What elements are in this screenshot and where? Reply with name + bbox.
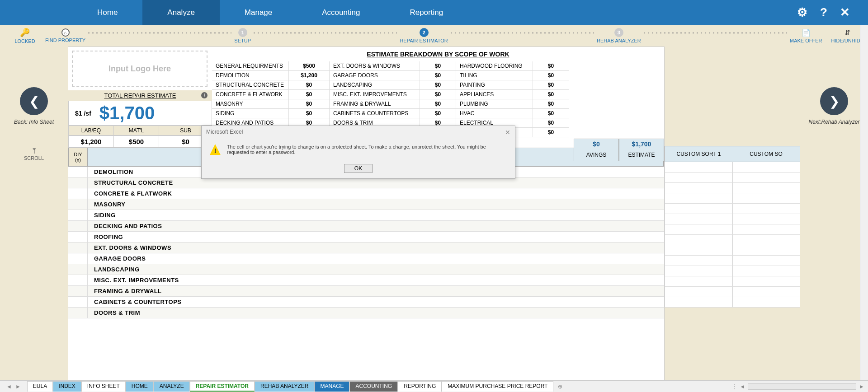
cs-cell[interactable] xyxy=(732,276,800,287)
work-row[interactable]: SIDING xyxy=(68,210,664,221)
ribbon-tab-accounting[interactable]: Accounting xyxy=(297,0,385,25)
work-row[interactable]: LANDSCAPING xyxy=(68,264,664,275)
breakdown-cell[interactable]: TILING xyxy=(456,71,533,80)
next-button[interactable]: ❯ xyxy=(820,87,848,115)
add-sheet-icon[interactable]: ⊕ xyxy=(553,383,567,390)
breakdown-cell[interactable]: GENERAL REQUIRMENTS xyxy=(212,61,289,71)
cs-cell[interactable] xyxy=(665,224,732,235)
breakdown-cell[interactable]: MISC. EXT. IMPROVEMENTS xyxy=(330,90,420,99)
cs-cell[interactable] xyxy=(665,266,732,276)
breakdown-cell[interactable]: DEMOLITION xyxy=(212,71,289,80)
breakdown-cell[interactable]: EXT. DOORS & WINDOWS xyxy=(330,61,420,71)
custom-sort-2[interactable]: CUSTOM SO xyxy=(732,146,800,162)
cs-cell[interactable] xyxy=(732,235,800,245)
hide-unhide-button[interactable]: ⇵ HIDE/UNHIDE xyxy=(831,28,864,43)
work-row[interactable]: STRUCTURAL CONCRETE xyxy=(68,177,664,188)
work-row[interactable]: CABINETS & COUNTERTOPS xyxy=(68,297,664,308)
work-row[interactable]: GARAGE DOORS xyxy=(68,253,664,264)
sheet-tab[interactable]: ACCOUNTING xyxy=(349,381,398,392)
sheet-tab[interactable]: INDEX xyxy=(53,381,81,392)
ribbon-tab-analyze[interactable]: Analyze xyxy=(142,0,219,25)
breakdown-cell[interactable]: $0 xyxy=(420,99,456,109)
breakdown-cell[interactable]: $0 xyxy=(533,118,569,128)
cs-cell[interactable] xyxy=(665,287,732,297)
breakdown-cell[interactable]: CONCRETE & FLATWORK xyxy=(212,90,289,99)
logo-placeholder[interactable]: Input Logo Here xyxy=(72,51,208,87)
cs-cell[interactable] xyxy=(732,162,800,173)
breakdown-cell[interactable]: $0 xyxy=(420,90,456,99)
breakdown-cell[interactable]: $1,200 xyxy=(289,71,330,80)
breakdown-cell[interactable]: HVAC xyxy=(456,109,533,118)
sheet-tab[interactable]: REPAIR ESTIMATOR xyxy=(190,381,255,392)
dialog-ok-button[interactable]: OK xyxy=(344,164,373,173)
work-rows[interactable]: DEMOLITIONSTRUCTURAL CONCRETECONCRETE & … xyxy=(68,167,664,318)
cs-cell[interactable] xyxy=(732,193,800,204)
breakdown-cell[interactable]: LANDSCAPING xyxy=(330,80,420,90)
cs-cell[interactable] xyxy=(665,276,732,287)
breakdown-cell[interactable]: HARDWOOD FLOORING xyxy=(456,61,533,71)
gear-icon[interactable]: ⚙ xyxy=(797,5,807,19)
cs-cell[interactable] xyxy=(732,245,800,256)
make-offer-step[interactable]: 📄 MAKE OFFER xyxy=(790,28,822,43)
breakdown-cell[interactable]: MASONRY xyxy=(212,99,289,109)
sheet-tab[interactable]: MANAGE xyxy=(314,381,349,392)
work-row[interactable]: EXT. DOORS & WINDOWS xyxy=(68,243,664,253)
breakdown-cell[interactable]: APPLIANCES xyxy=(456,90,533,99)
breakdown-cell[interactable]: $0 xyxy=(533,61,569,71)
setup-step[interactable]: 1 SETUP xyxy=(234,28,251,43)
breakdown-cell[interactable]: $0 xyxy=(289,109,330,118)
hscroll[interactable]: ⋮◄► xyxy=(731,383,868,390)
ribbon-tab-reporting[interactable]: Reporting xyxy=(385,0,468,25)
breakdown-cell[interactable]: $0 xyxy=(420,109,456,118)
breakdown-cell[interactable]: $0 xyxy=(533,80,569,90)
sheet-prev-icon[interactable]: ◄ xyxy=(6,383,12,390)
work-row[interactable]: DECKING AND PATIOS xyxy=(68,221,664,232)
dialog-close-icon[interactable]: ✕ xyxy=(505,129,510,136)
ribbon-tab-manage[interactable]: Manage xyxy=(220,0,297,25)
breakdown-cell[interactable]: FRAMING & DRYWALL xyxy=(330,99,420,109)
sheet-tab[interactable]: ANALYZE xyxy=(154,381,190,392)
sheet-tab[interactable]: MAXIMUM PURCHASE PRICE REPORT xyxy=(442,381,553,392)
cs-cell[interactable] xyxy=(732,214,800,224)
cs-cell[interactable] xyxy=(732,173,800,183)
cs-cell[interactable] xyxy=(665,245,732,256)
breakdown-cell[interactable]: $0 xyxy=(533,99,569,109)
locked-button[interactable]: 🔑 LOCKED xyxy=(5,28,45,44)
breakdown-cell[interactable]: $0 xyxy=(533,90,569,99)
sheet-tab[interactable]: REHAB ANALYZER xyxy=(255,381,314,392)
cs-cell[interactable] xyxy=(665,162,732,173)
sheet-tab[interactable]: HOME xyxy=(126,381,154,392)
scroll-button[interactable]: ⤒ SCROLL xyxy=(24,147,44,161)
cs-cell[interactable] xyxy=(732,297,800,308)
find-property-step[interactable]: ⌂ FIND PROPERTY xyxy=(45,28,85,43)
cs-cell[interactable] xyxy=(732,183,800,193)
cs-cell[interactable] xyxy=(732,287,800,297)
work-row[interactable]: DOORS & TRIM xyxy=(68,308,664,318)
work-row[interactable]: FRAMING & DRYWALL xyxy=(68,286,664,297)
breakdown-cell[interactable]: $0 xyxy=(289,90,330,99)
cs-cell[interactable] xyxy=(665,173,732,183)
cs-cell[interactable] xyxy=(665,235,732,245)
close-icon[interactable]: ✕ xyxy=(840,5,850,19)
breakdown-cell[interactable]: $0 xyxy=(420,80,456,90)
breakdown-cell[interactable]: $0 xyxy=(289,99,330,109)
work-row[interactable]: MISC. EXT. IMPROVEMENTS xyxy=(68,275,664,286)
work-row[interactable]: MASONRY xyxy=(68,199,664,210)
breakdown-cell[interactable]: CABINETS & COUNTERTOPS xyxy=(330,109,420,118)
breakdown-cell[interactable]: PLUMBING xyxy=(456,99,533,109)
cs-cell[interactable] xyxy=(732,204,800,214)
sheet-tab[interactable]: REPORTING xyxy=(398,381,442,392)
cs-cell[interactable] xyxy=(732,266,800,276)
breakdown-cell[interactable]: $0 xyxy=(533,109,569,118)
sheet-next-icon[interactable]: ► xyxy=(15,383,21,390)
cs-cell[interactable] xyxy=(665,204,732,214)
cs-cell[interactable] xyxy=(665,214,732,224)
breakdown-cell[interactable]: $0 xyxy=(533,71,569,80)
cs-cell[interactable] xyxy=(665,256,732,266)
breakdown-cell[interactable]: $0 xyxy=(533,128,569,137)
rehab-analyzer-step[interactable]: 3 REHAB ANALYZER xyxy=(597,28,641,43)
cs-cell[interactable] xyxy=(665,193,732,204)
ribbon-tab-home[interactable]: Home xyxy=(72,0,142,25)
vertical-scrollbar[interactable] xyxy=(860,25,868,380)
info-icon[interactable]: i xyxy=(201,92,208,98)
